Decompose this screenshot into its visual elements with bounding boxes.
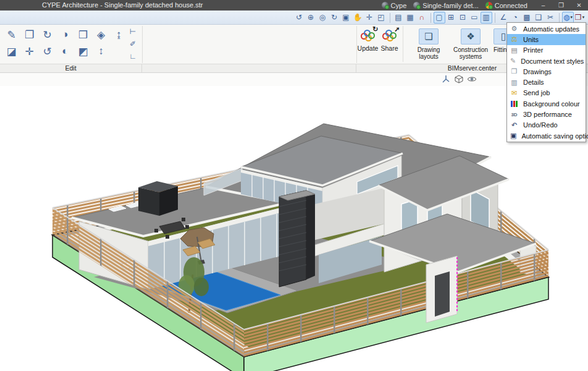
move-view-button[interactable]: ✛ [364, 12, 376, 23]
menu-item-label: Automatic saving options [521, 132, 588, 140]
mirror-button[interactable]: ◐ [57, 43, 74, 59]
previous-view-button[interactable]: ◰ [376, 12, 387, 23]
status-label: Cype [391, 2, 407, 9]
menu-item-label: Send job [523, 89, 550, 96]
maximize-button[interactable]: ❐ [552, 0, 570, 11]
view-toolbar [0, 73, 588, 86]
window-title: CYPE Architecture - Single-family detach… [42, 1, 203, 9]
window-controls: – ❐ ✕ [534, 0, 588, 11]
gear-icon: ⚙ [510, 25, 518, 33]
angle-button[interactable]: ∟ [126, 51, 140, 62]
snap-magnet-button[interactable]: ∩ [416, 12, 428, 23]
cube-3d-view-icon[interactable] [454, 74, 464, 84]
bimserver-ball-icon [382, 2, 388, 9]
edit-tools-row-1: ✎ ❐ ↻ ◑ ❒ ◈ ↨ [3, 27, 127, 43]
ribbon: ✎ ❐ ↻ ◑ ❒ ◈ ↨ ◪ ✛ ↺ ◐ [0, 25, 588, 73]
options-menu: ⚙ Automatic updates ⚖ Units ▤ Printer ✎ … [506, 22, 586, 142]
section-label-edit: Edit [0, 64, 142, 72]
menu-item-printer[interactable]: ▤ Printer [507, 45, 586, 56]
update-button[interactable]: ↻ Update [357, 26, 379, 53]
zoom-extents-button[interactable]: ⊕ [305, 12, 317, 23]
comment-button[interactable]: ❑ [533, 12, 545, 23]
close-button[interactable]: ✕ [570, 0, 588, 11]
units-scale-icon: ⚖ [510, 35, 518, 43]
copy-button[interactable]: ❐ [21, 27, 38, 43]
axes-icon[interactable] [441, 74, 451, 84]
titlebar-right: Cype Single-family det... Connected [382, 0, 588, 11]
save-icon: ▣ [510, 132, 516, 140]
rotate-button[interactable]: ↺ [39, 43, 56, 59]
material-view-button[interactable]: ▦ [405, 12, 416, 23]
ortho-mode-button[interactable]: ▢ [434, 12, 445, 23]
menu-item-label: 3D performance [523, 111, 572, 118]
flip-vertical-button[interactable]: ↕ [93, 43, 109, 59]
menu-item-units[interactable]: ⚖ Units [507, 34, 586, 45]
construction-systems-button[interactable]: ❖ Construction systems [450, 26, 491, 61]
titlebar-status-item[interactable]: Single-family det... [413, 2, 478, 9]
titlebar-status-item[interactable]: Connected [485, 2, 527, 9]
titlebar-status-item[interactable]: Cype [382, 2, 407, 9]
configuration-menu-button[interactable]: ❒ ▾ [574, 12, 586, 23]
group-copy-button[interactable]: ❒ [75, 27, 91, 43]
title-bar: CYPE Architecture - Single-family detach… [0, 0, 588, 11]
menu-item-details[interactable]: ▥ Details [507, 77, 586, 87]
minimize-button[interactable]: – [534, 0, 552, 11]
ribbon-separator [142, 26, 143, 63]
mirror-copy-button[interactable]: ◑ [57, 27, 74, 43]
scale-3d-button[interactable]: ◈ [93, 27, 109, 43]
rotate-copy-button[interactable]: ↻ [39, 27, 56, 43]
menu-item-automatic-updates[interactable]: ⚙ Automatic updates [507, 23, 586, 34]
edit-tools-side-column: ⊢ ✐ ∟ [126, 26, 140, 62]
send-job-icon: ✉ [510, 89, 518, 97]
menu-item-label: Document text styles [521, 58, 584, 65]
menu-item-label: Printer [523, 46, 543, 54]
menu-item-undo-redo[interactable]: ↶ Undo/Redo [507, 120, 586, 130]
menu-item-automatic-saving[interactable]: ▣ Automatic saving options [507, 130, 586, 141]
bimserver-ball-icon [413, 2, 420, 9]
menu-item-label: Details [523, 79, 544, 86]
3d-viewport [0, 86, 588, 371]
menu-item-document-text-styles[interactable]: ✎ Document text styles [507, 56, 586, 66]
orbit-view-icon[interactable] [467, 74, 477, 84]
menu-item-label: Units [523, 36, 539, 43]
redraw-button[interactable]: ↻ [329, 12, 340, 23]
titlebar-status-group: Cype Single-family det... Connected [382, 2, 534, 9]
grid-button[interactable]: ⊞ [445, 12, 457, 23]
move-button[interactable]: ✛ [21, 43, 38, 59]
dimension-ruler-button[interactable]: ▥ [481, 12, 492, 23]
printer-icon: ▤ [510, 46, 518, 54]
menu-item-label: Background colour [523, 100, 580, 108]
menu-item-background-colour[interactable]: Background colour [507, 98, 586, 109]
arc-reference-button[interactable]: ◔ [510, 12, 521, 23]
background-colour-icon [510, 101, 518, 107]
pan-button[interactable]: ✋ [352, 12, 364, 23]
drawing-layouts-button[interactable]: ❏ Drawing layouts [408, 26, 449, 61]
menu-item-send-job[interactable]: ✉ Send job [507, 88, 586, 98]
connection-ball-icon [485, 2, 492, 9]
measure-button[interactable]: ↨ [111, 27, 127, 43]
object-snap-button[interactable]: ⊡ [457, 12, 469, 23]
zoom-window-button[interactable]: ▣ [340, 12, 352, 23]
angle-reference-button[interactable]: ∠ [498, 12, 510, 23]
zoom-previous-button[interactable]: ◎ [317, 12, 329, 23]
ribbon-section-labels: Edit BIMserver.center [0, 64, 588, 72]
ruler-button[interactable]: ▭ [469, 12, 481, 23]
layout-template-button[interactable]: ▩ [521, 12, 533, 23]
rotate-view-button[interactable]: ↺ [293, 12, 305, 23]
bimserver-logo-icon: ↻ [360, 28, 376, 43]
online-services-button[interactable]: ◍ ▾ [562, 12, 574, 23]
pencil-edit-button[interactable]: ✎ [3, 27, 20, 43]
invert-button[interactable]: ◩ [75, 43, 91, 59]
erase-button[interactable]: ◪ [3, 43, 20, 59]
sketch-button[interactable]: ✐ [126, 38, 140, 49]
app-window: CYPE Architecture - Single-family detach… [0, 0, 588, 371]
section-label-empty [142, 64, 356, 72]
3d-viewport-canvas[interactable] [0, 86, 588, 371]
cut-tool-button[interactable]: ✂ [545, 12, 556, 23]
texture-view-button[interactable]: ▤ [393, 12, 405, 23]
share-button[interactable]: ➚ Share [379, 26, 400, 53]
menu-item-drawings[interactable]: ❐ Drawings [507, 66, 586, 77]
dimension-style-button[interactable]: ⊢ [126, 26, 140, 37]
entry-gate [426, 256, 457, 323]
menu-item-3d-performance[interactable]: 3D 3D performance [507, 109, 586, 119]
